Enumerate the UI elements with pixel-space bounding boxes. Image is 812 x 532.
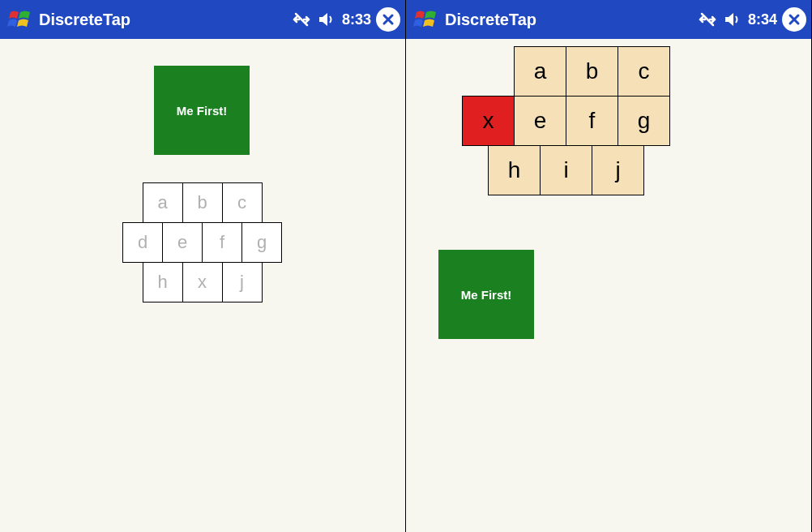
titlebar: DiscreteTap 8:33 (0, 0, 405, 39)
app-title: DiscreteTap (39, 11, 292, 29)
grid-cell[interactable]: i (540, 145, 592, 195)
grid-cell[interactable]: d (122, 222, 163, 263)
grid-cell[interactable]: b (182, 182, 223, 223)
grid-cell[interactable]: g (618, 96, 670, 146)
grid-row: h i j (489, 146, 673, 195)
canvas-area: a b c x e f g h i j Me First! (406, 39, 811, 532)
grid-cell[interactable]: j (592, 145, 644, 195)
grid-row: a b c (122, 183, 284, 223)
grid-row: a b c (515, 47, 673, 97)
clock-time: 8:33 (342, 11, 371, 28)
grid-cell[interactable]: b (566, 46, 618, 97)
grid-cell[interactable]: c (618, 46, 670, 97)
clock-time: 8:34 (748, 11, 777, 28)
grid-cell[interactable]: j (222, 262, 263, 302)
grid-cell-highlighted[interactable]: x (462, 96, 515, 146)
speaker-icon (724, 11, 741, 28)
grid-cell[interactable]: f (566, 96, 618, 146)
left-device: DiscreteTap 8:33 Me Firs (0, 0, 406, 532)
connectivity-icon (292, 11, 311, 28)
grid-cell[interactable]: x (182, 262, 223, 302)
canvas-area: Me First! a b c d e f g h x j (0, 39, 405, 532)
status-area: 8:33 (292, 11, 371, 28)
grid-cell[interactable]: e (514, 96, 566, 146)
key-grid: a b c x e f g h i j (463, 47, 673, 195)
titlebar: DiscreteTap 8:34 (406, 0, 811, 39)
me-first-button[interactable]: Me First! (154, 66, 250, 155)
grid-cell[interactable]: a (514, 46, 566, 97)
app-title: DiscreteTap (445, 11, 698, 29)
connectivity-icon (698, 11, 717, 28)
grid-cell[interactable]: h (143, 262, 183, 302)
grid-row: h x j (122, 263, 284, 302)
speaker-icon (318, 11, 335, 28)
status-area: 8:34 (698, 11, 777, 28)
grid-cell[interactable]: f (202, 222, 242, 263)
right-device: DiscreteTap 8:34 (406, 0, 812, 532)
grid-cell[interactable]: e (162, 222, 203, 263)
grid-cell[interactable]: c (222, 182, 263, 223)
close-button[interactable] (782, 7, 806, 32)
grid-row: d e f g (122, 223, 284, 263)
grid-cell[interactable]: g (241, 222, 282, 263)
windows-logo-icon (411, 5, 440, 34)
close-button[interactable] (376, 7, 400, 32)
grid-cell[interactable]: a (143, 182, 183, 223)
me-first-button[interactable]: Me First! (438, 250, 534, 339)
windows-logo-icon (5, 5, 34, 34)
grid-cell[interactable]: h (488, 145, 541, 195)
grid-row: x e f g (463, 97, 673, 146)
key-grid: a b c d e f g h x j (122, 183, 284, 302)
